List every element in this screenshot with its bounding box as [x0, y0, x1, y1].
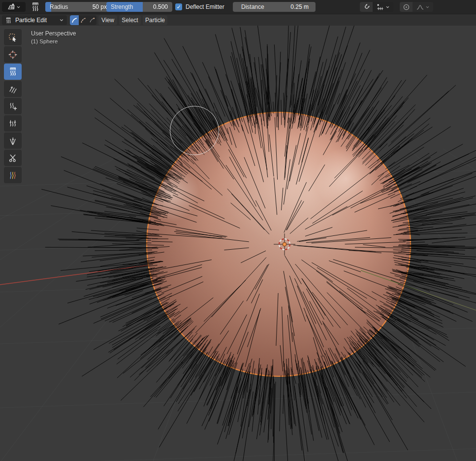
proportional-editing-icon — [402, 3, 411, 11]
comb-brush-icon — [30, 1, 41, 12]
cursor-tool-icon — [8, 50, 18, 60]
chevron-down-icon — [16, 5, 21, 9]
viewport-header: Particle Edit View Select Particle — [0, 14, 476, 26]
tool-column — [4, 29, 22, 183]
chevron-down-icon — [59, 18, 64, 23]
tool-tweak[interactable] — [4, 29, 22, 45]
falloff-curve-icon — [416, 3, 424, 11]
deflect-emitter-label: Deflect Emitter — [186, 3, 224, 10]
viewport-3d-region: User Perspective (1) Sphere — [0, 26, 476, 461]
comb-tool-icon — [8, 66, 18, 77]
menu-view[interactable]: View — [98, 15, 117, 25]
snap-toggle-button[interactable] — [360, 2, 373, 12]
tool-puff[interactable] — [4, 132, 22, 149]
distance-value: 0.25 m — [290, 3, 309, 10]
active-brush-comb[interactable] — [28, 2, 43, 12]
radius-slider[interactable]: Radius 50 px — [45, 2, 111, 12]
proportional-editing-button[interactable] — [400, 2, 413, 12]
chevron-down-icon — [385, 5, 390, 9]
add-tool-icon — [8, 101, 18, 111]
distance-label: Distance — [241, 3, 264, 10]
length-tool-icon — [8, 119, 18, 129]
tool-comb[interactable] — [4, 64, 22, 80]
mode-selector-dropdown[interactable]: Particle Edit — [2, 15, 67, 25]
checkbox-check-icon: ✓ — [175, 3, 182, 10]
viewport-object-label: (1) Sphere — [31, 38, 58, 44]
radius-value: 50 px — [93, 3, 107, 10]
proportional-falloff-dropdown[interactable] — [413, 2, 433, 12]
smooth-tool-icon — [8, 84, 18, 94]
tool-add[interactable] — [4, 98, 22, 114]
menu-particle[interactable]: Particle — [143, 15, 167, 25]
radius-label: Radius — [50, 3, 68, 10]
tool-weight[interactable] — [4, 167, 22, 183]
deflect-emitter-checkbox[interactable]: ✓ Deflect Emitter — [175, 2, 224, 12]
tool-settings-bar: Radius 50 px Strength 0.500 ✓ Deflect Em… — [0, 0, 476, 14]
menu-select-label: Select — [122, 17, 138, 24]
tool-cursor[interactable] — [4, 46, 22, 63]
menu-view-label: View — [101, 17, 114, 24]
chevron-down-icon — [425, 5, 430, 9]
mode-selector-label: Particle Edit — [15, 17, 56, 24]
particle-edit-mode-toggles — [70, 15, 96, 25]
strength-value: 0.500 — [153, 3, 168, 10]
tip-edit-icon — [89, 17, 95, 24]
puff-tool-icon — [8, 136, 18, 146]
distance-slider[interactable]: Distance 0.25 m — [233, 2, 316, 12]
tweak-select-icon — [8, 33, 18, 42]
snap-increment-icon — [376, 3, 384, 11]
snap-magnet-icon — [362, 3, 371, 11]
tool-smooth[interactable] — [4, 81, 22, 97]
point-edit-icon — [80, 17, 87, 24]
blender-window: Radius 50 px Strength 0.500 ✓ Deflect Em… — [0, 0, 476, 461]
path-edit-icon — [71, 17, 78, 24]
tool-cut[interactable] — [4, 150, 22, 166]
edit-mode-path-toggle[interactable] — [70, 15, 79, 25]
viewport-3d[interactable] — [0, 26, 476, 461]
weight-tool-icon — [8, 170, 18, 180]
cut-scissors-icon — [8, 153, 18, 163]
strength-label: Strength — [111, 3, 133, 10]
particle-edit-mode-icon — [5, 17, 12, 24]
strength-slider[interactable]: Strength 0.500 — [106, 2, 172, 12]
edit-mode-point-toggle[interactable] — [79, 15, 88, 25]
editor-type-3d-viewport-icon — [7, 2, 16, 11]
edit-mode-tip-toggle[interactable] — [88, 15, 96, 25]
menu-particle-label: Particle — [145, 17, 165, 24]
tool-length[interactable] — [4, 115, 22, 132]
menu-select[interactable]: Select — [119, 15, 141, 25]
snap-mode-dropdown[interactable] — [373, 2, 393, 12]
editor-type-selector[interactable] — [2, 2, 26, 12]
viewport-perspective-label: User Perspective — [31, 30, 76, 37]
